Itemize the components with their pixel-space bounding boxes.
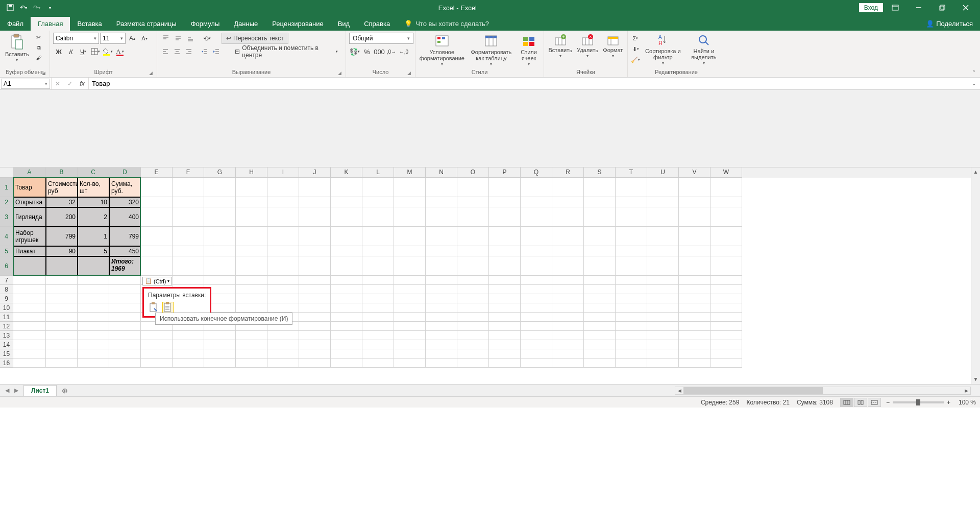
cell-T13[interactable] [616,331,647,340]
sheet-nav-next-icon[interactable]: ▶ [12,387,20,394]
cell-R1[interactable] [552,178,584,197]
cell-R7[interactable] [552,276,584,285]
cell-N8[interactable] [426,285,457,294]
cell-Q3[interactable] [521,207,552,227]
scroll-down-icon[interactable]: ▼ [971,375,980,384]
column-header-V[interactable]: V [679,168,710,178]
cell-N2[interactable] [426,197,457,207]
cell-L10[interactable] [362,303,394,313]
cell-C12[interactable] [78,322,109,331]
column-header-K[interactable]: K [331,168,362,178]
cell-V2[interactable] [679,197,710,207]
cell-K8[interactable] [331,285,362,294]
increase-decimal-icon[interactable]: ,0→ [386,46,397,57]
cell-W11[interactable] [710,313,742,322]
cancel-formula-icon[interactable]: ✕ [52,78,64,89]
cell-M13[interactable] [394,331,426,340]
cell-R5[interactable] [552,246,584,256]
cell-H9[interactable] [236,294,267,303]
align-top-icon[interactable] [160,33,172,44]
cell-F2[interactable] [173,197,204,207]
cell-K1[interactable] [331,178,362,197]
cell-U13[interactable] [647,331,679,340]
dialog-launcher-icon[interactable]: ◢ [338,70,341,76]
cell-L3[interactable] [362,207,394,227]
cell-R6[interactable] [552,256,584,276]
cell-K14[interactable] [331,340,362,349]
row-header-5[interactable]: 5 [0,246,13,256]
align-left-icon[interactable] [160,46,171,57]
cell-H14[interactable] [236,340,267,349]
cell-J16[interactable] [299,358,331,368]
cell-G2[interactable] [204,197,236,207]
table-cell[interactable]: 320 [109,197,141,207]
cell-Q14[interactable] [521,340,552,349]
save-icon[interactable] [4,2,16,14]
cell-G14[interactable] [204,340,236,349]
row-header-14[interactable]: 14 [0,340,13,349]
tab-help[interactable]: Справка [357,17,397,31]
cell-J14[interactable] [299,340,331,349]
column-header-S[interactable]: S [584,168,616,178]
cell-M9[interactable] [394,294,426,303]
cell-B13[interactable] [46,331,78,340]
table-cell[interactable]: Открытка [13,197,46,207]
paste-button[interactable]: Вставить▾ [3,33,31,63]
tab-insert[interactable]: Вставка [70,17,109,31]
table-cell[interactable]: Плакат [13,246,46,256]
paste-options-tag[interactable]: 📋(Ctrl)▾ [142,277,172,285]
cell-L11[interactable] [362,313,394,322]
cell-H4[interactable] [236,227,267,246]
cell-T15[interactable] [616,349,647,358]
cell-J13[interactable] [299,331,331,340]
cell-D9[interactable] [109,294,141,303]
cell-R9[interactable] [552,294,584,303]
cell-M12[interactable] [394,322,426,331]
cell-F3[interactable] [173,207,204,227]
column-header-O[interactable]: O [457,168,489,178]
cell-S3[interactable] [584,207,616,227]
cell-E16[interactable] [141,358,173,368]
collapse-ribbon-icon[interactable]: ⌃ [972,69,976,75]
dialog-launcher-icon[interactable]: ◢ [407,70,411,76]
cell-R12[interactable] [552,322,584,331]
cell-S4[interactable] [584,227,616,246]
cell-C14[interactable] [78,340,109,349]
cell-N13[interactable] [426,331,457,340]
cell-S14[interactable] [584,340,616,349]
cell-W1[interactable] [710,178,742,197]
cell-W6[interactable] [710,256,742,276]
cell-B16[interactable] [46,358,78,368]
cell-T5[interactable] [616,246,647,256]
cell-N9[interactable] [426,294,457,303]
cell-N7[interactable] [426,276,457,285]
cell-L8[interactable] [362,285,394,294]
cell-M10[interactable] [394,303,426,313]
cell-M15[interactable] [394,349,426,358]
cell-U1[interactable] [647,178,679,197]
cell-O13[interactable] [457,331,489,340]
cell-T16[interactable] [616,358,647,368]
cell-J1[interactable] [299,178,331,197]
cell-R15[interactable] [552,349,584,358]
cell-V11[interactable] [679,313,710,322]
cell-B10[interactable] [46,303,78,313]
autosum-icon[interactable]: Σ▾ [631,34,640,43]
cell-O5[interactable] [457,246,489,256]
cell-C9[interactable] [78,294,109,303]
cell-I14[interactable] [267,340,299,349]
dialog-launcher-icon[interactable]: ◢ [42,70,45,76]
decrease-font-icon[interactable]: A▾ [139,33,150,44]
cell-H7[interactable] [236,276,267,285]
cell-G16[interactable] [204,358,236,368]
row-header-6[interactable]: 6 [0,256,13,276]
column-header-R[interactable]: R [552,168,584,178]
cell-P12[interactable] [489,322,521,331]
cell-C10[interactable] [78,303,109,313]
expand-formula-bar-icon[interactable]: ⌄ [968,81,980,86]
cell-I10[interactable] [267,303,299,313]
cell-E15[interactable] [141,349,173,358]
cell-L5[interactable] [362,246,394,256]
scroll-right-icon[interactable]: ▶ [962,387,970,394]
name-box[interactable]: A1▾ [1,79,50,89]
